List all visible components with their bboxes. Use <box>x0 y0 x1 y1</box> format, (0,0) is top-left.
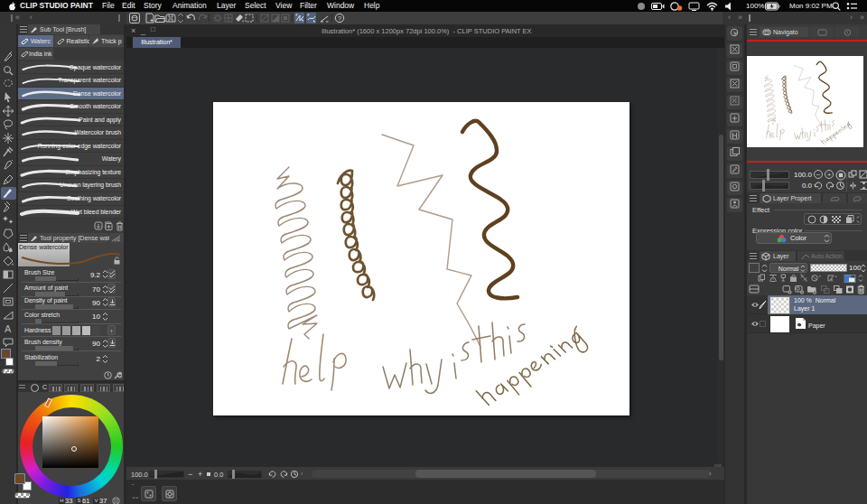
svg-text:?: ? <box>338 14 341 23</box>
